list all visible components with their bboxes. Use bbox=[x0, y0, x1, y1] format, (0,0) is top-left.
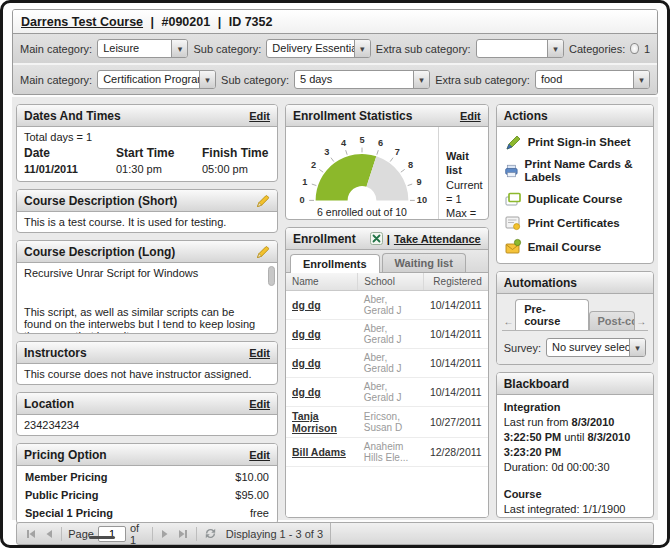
duplicate-course-action[interactable]: Duplicate Course bbox=[502, 187, 648, 211]
integration-run-text: Last run from 8/3/2010 3:22:50 PM until … bbox=[504, 415, 646, 460]
email-course-action[interactable]: Email Course bbox=[502, 235, 648, 259]
left-column: Dates And Times Edit Total days = 1 Date… bbox=[16, 104, 278, 518]
select-value: Delivery Essentials On I bbox=[267, 40, 354, 57]
total-days-text: Total days = 1 bbox=[24, 131, 270, 143]
stats-edit-link[interactable]: Edit bbox=[460, 110, 481, 122]
panel-header: Course Description (Long) bbox=[17, 241, 277, 263]
panel-header: Automations bbox=[497, 272, 653, 294]
survey-label: Survey: bbox=[504, 342, 541, 354]
enrollee-name-link[interactable]: dg dg bbox=[286, 378, 358, 407]
instructors-edit-link[interactable]: Edit bbox=[249, 347, 270, 359]
table-row: dg dg Aber, Gerald J 10/14/2011 bbox=[286, 378, 488, 407]
waitlist-info: Wait list Current = 1 Max = 2 bbox=[438, 127, 488, 219]
pencil-edit-icon[interactable] bbox=[256, 245, 270, 259]
integration-heading: Integration bbox=[504, 400, 646, 415]
pricing-label: Special 1 Pricing bbox=[25, 507, 113, 519]
main-category-select-2[interactable]: Certification Programs ▾ bbox=[97, 70, 216, 89]
short-description-panel: Course Description (Short) This is a tes… bbox=[16, 189, 278, 233]
panel-header: Actions bbox=[497, 105, 653, 127]
enrollee-name-link[interactable]: dg dg bbox=[286, 320, 358, 349]
svg-text:1: 1 bbox=[302, 177, 307, 187]
date-value: 11/01/2011 bbox=[24, 163, 116, 175]
tab-scroll-right-icon[interactable]: → bbox=[635, 312, 648, 330]
tab-post-course[interactable]: Post-course bbox=[589, 311, 635, 330]
extra-sub-category-select-1[interactable]: ▾ bbox=[476, 39, 564, 58]
panel-title: Automations bbox=[504, 276, 577, 290]
displaying-status-text: Displaying 1 - 3 of 3 bbox=[226, 528, 323, 540]
tab-pre-course[interactable]: Pre-course bbox=[515, 299, 588, 330]
automations-body: ← Pre-course Post-course → Survey: No su… bbox=[497, 294, 653, 364]
enrollee-name-link[interactable]: dg dg bbox=[286, 349, 358, 378]
chevron-down-icon: ▾ bbox=[354, 40, 370, 57]
pencil-edit-icon[interactable] bbox=[256, 194, 270, 208]
prev-page-button[interactable] bbox=[42, 526, 56, 542]
enrollee-registered-date: 10/14/2011 bbox=[424, 378, 488, 407]
printer-icon bbox=[504, 162, 519, 180]
tab-scroll-left-icon[interactable]: ← bbox=[502, 312, 515, 330]
action-label: Print Certificates bbox=[528, 217, 620, 230]
blackboard-panel: Blackboard Integration Last run from 8/3… bbox=[496, 372, 654, 518]
page-of-label: of 1 bbox=[130, 522, 146, 545]
main-category-label: Main category: bbox=[20, 74, 92, 86]
categories-count: 1 bbox=[644, 43, 650, 55]
location-text: 234234234 bbox=[17, 415, 277, 435]
svg-text:8: 8 bbox=[408, 160, 413, 170]
dates-edit-link[interactable]: Edit bbox=[249, 110, 270, 122]
categories-label: Categories: bbox=[569, 43, 625, 55]
svg-text:0: 0 bbox=[299, 195, 304, 205]
automations-panel: Automations ← Pre-course Post-course → S… bbox=[496, 271, 654, 365]
automations-tab-strip: ← Pre-course Post-course → bbox=[502, 299, 648, 331]
panel-title: Enrollment Statistics bbox=[293, 109, 412, 123]
print-name-cards-action[interactable]: Print Name Cards & Labels bbox=[502, 155, 648, 187]
select-value bbox=[477, 40, 547, 57]
sub-category-select-2[interactable]: 5 days ▾ bbox=[294, 70, 430, 89]
last-page-icon bbox=[177, 528, 189, 540]
panel-header: Enrollment | Take Attendance bbox=[286, 228, 488, 250]
run-prefix: Last run from bbox=[504, 416, 569, 428]
course-integration-lines: Last integrated: 1/1/1900 Integration st… bbox=[504, 502, 646, 519]
actions-list: Print Sign-in Sheet Print Name Cards & L… bbox=[497, 127, 653, 263]
panel-header: Enrollment Statistics Edit bbox=[286, 105, 488, 127]
table-row: dg dg Aber, Gerald J 10/14/2011 bbox=[286, 349, 488, 378]
col-header-school[interactable]: School bbox=[358, 273, 424, 291]
panel-title: Pricing Option bbox=[24, 448, 107, 462]
page-number-input[interactable] bbox=[98, 526, 126, 542]
svg-text:6: 6 bbox=[378, 138, 383, 148]
course-integration-line: Last integrated: 1/1/1900 bbox=[504, 502, 646, 517]
refresh-button[interactable] bbox=[203, 526, 218, 542]
enrollee-name-link[interactable]: dg dg bbox=[286, 291, 358, 320]
pricing-panel: Pricing Option Edit Member Pricing $10.0… bbox=[16, 443, 278, 525]
sub-category-label: Sub category: bbox=[221, 74, 289, 86]
enrollee-name-link[interactable]: Bill Adams bbox=[286, 438, 358, 467]
tab-enrollments[interactable]: Enrollments bbox=[290, 254, 380, 273]
col-header-name[interactable]: Name bbox=[286, 273, 358, 291]
enrollee-name-link[interactable]: Tanja Morrison bbox=[286, 407, 358, 438]
tab-waiting-list[interactable]: Waiting list bbox=[382, 253, 466, 272]
first-page-button[interactable] bbox=[24, 526, 38, 542]
next-page-icon bbox=[159, 528, 171, 540]
col-header-registered[interactable]: Registered bbox=[424, 273, 488, 291]
pricing-label: Public Pricing bbox=[25, 489, 98, 501]
next-page-button[interactable] bbox=[159, 526, 173, 542]
take-attendance-link[interactable]: Take Attendance bbox=[394, 233, 481, 245]
print-certificates-action[interactable]: Print Certificates bbox=[502, 211, 648, 235]
last-page-button[interactable] bbox=[176, 526, 190, 542]
location-edit-link[interactable]: Edit bbox=[249, 398, 270, 410]
select-value: No survey selected bbox=[547, 339, 629, 356]
pricing-edit-link[interactable]: Edit bbox=[249, 449, 270, 461]
excel-export-icon[interactable] bbox=[370, 232, 383, 245]
main-category-select-1[interactable]: Leisure ▾ bbox=[97, 39, 188, 58]
sub-category-select-1[interactable]: Delivery Essentials On I ▾ bbox=[266, 39, 371, 58]
integration-duration: Duration: 0d 00:00:30 bbox=[504, 460, 646, 475]
scrollbar-thumb[interactable] bbox=[268, 266, 275, 286]
certificate-icon bbox=[504, 214, 522, 232]
categories-radio[interactable] bbox=[630, 43, 639, 54]
course-title-link[interactable]: Darrens Test Course bbox=[21, 15, 143, 29]
email-icon bbox=[504, 238, 522, 256]
extra-sub-category-select-2[interactable]: food ▾ bbox=[535, 70, 650, 89]
survey-select[interactable]: No survey selected ▾ bbox=[546, 338, 646, 357]
print-signin-sheet-action[interactable]: Print Sign-in Sheet bbox=[502, 131, 648, 155]
content-area: Dates And Times Edit Total days = 1 Date… bbox=[12, 97, 658, 520]
long-description-line2: This script, as well as similar scripts … bbox=[24, 306, 263, 334]
dates-body: Total days = 1 Date Start Time Finish Ti… bbox=[17, 127, 277, 181]
